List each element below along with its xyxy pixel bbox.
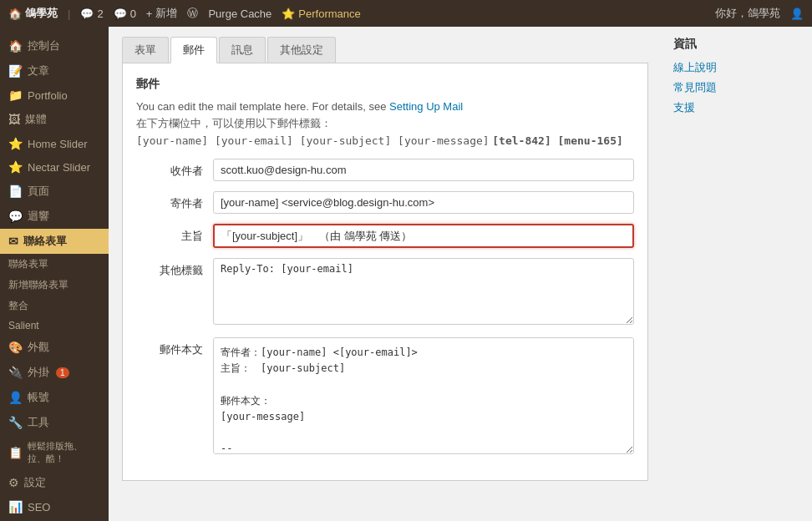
comments-link[interactable]: 💬 2: [80, 8, 103, 20]
sidebar-label: 控制台: [28, 38, 60, 53]
sidebar-label: SEO: [28, 501, 50, 513]
mail-body-field-wrap: [213, 337, 634, 457]
sidebar-label: 設定: [24, 475, 46, 490]
sidebar-label: 外掛: [28, 365, 49, 380]
sidebar-label: 工具: [28, 415, 49, 430]
dashboard-icon: 🏠: [8, 39, 23, 53]
sidebar-item-pages[interactable]: 📄 頁面: [0, 179, 109, 204]
sidebar-label: Home Slider: [28, 138, 88, 150]
sidebar-item-settings[interactable]: ⚙ 設定: [0, 470, 109, 495]
wp-icon: Ⓦ: [187, 6, 198, 21]
users-icon: 👤: [8, 391, 23, 404]
home-slider-icon: ⭐: [8, 137, 23, 150]
sidebar-label: 輕鬆排版拖、拉、酷！: [28, 440, 100, 465]
main-content: 表單 郵件 訊息 其他設定 郵件 You can edit the mail t…: [109, 27, 662, 521]
tab-other[interactable]: 其他設定: [267, 37, 336, 63]
comment-icon: 💬: [80, 8, 94, 20]
sidebar-item-portfolio[interactable]: 📁 Portfolio: [0, 83, 109, 107]
sender-row: 寄件者: [136, 191, 634, 214]
sidebar-item-posts[interactable]: 📝 文章: [0, 58, 109, 83]
mail-section-title: 郵件: [136, 77, 634, 92]
sidebar-label: 帳號: [28, 390, 49, 405]
sidebar-item-plugins[interactable]: 🔌 外掛 1: [0, 360, 109, 385]
subject-input[interactable]: [213, 224, 634, 248]
sidebar-label: Nectar Slider: [28, 161, 90, 174]
sidebar-item-tools[interactable]: 🔧 工具: [0, 410, 109, 435]
recipient-row: 收件者: [136, 159, 634, 181]
info-panel-title: 資訊: [673, 37, 800, 52]
sidebar: 🏠 控制台 📝 文章 📁 Portfolio 🖼 媒體 ⭐ Home Slide…: [0, 27, 109, 521]
user-greeting: 你好，鴿學苑: [715, 6, 780, 21]
sidebar-item-home-slider[interactable]: ⭐ Home Slider: [0, 132, 109, 155]
purge-cache-button[interactable]: Purge Cache: [208, 8, 272, 20]
top-bar: 🏠 鴿學苑 | 💬 2 💬 0 + 新增 Ⓦ Purge Cache ⭐ Per…: [0, 0, 812, 27]
mail-body-input[interactable]: [213, 337, 634, 454]
info-panel: 資訊 線上說明 常見問題 支援: [662, 27, 812, 521]
tab-form[interactable]: 表單: [122, 37, 169, 63]
other-headers-field-wrap: [213, 258, 634, 327]
sidebar-item-nectar-slider[interactable]: ⭐ Nectar Slider: [0, 155, 109, 179]
nectar-slider-icon: ⭐: [8, 160, 23, 174]
media-icon: 🖼: [8, 113, 20, 126]
tab-message[interactable]: 訊息: [219, 37, 266, 63]
sidebar-item-dashboard[interactable]: 🏠 控制台: [0, 33, 109, 58]
sidebar-item-appearance[interactable]: 🎨 外觀: [0, 335, 109, 360]
new-post-button[interactable]: + 新增: [146, 6, 178, 21]
portfolio-icon: 📁: [8, 89, 23, 102]
sidebar-label: 媒體: [25, 112, 47, 127]
tools-icon: 🔧: [8, 416, 23, 429]
sidebar-item-users[interactable]: 👤 帳號: [0, 385, 109, 410]
setting-up-mail-link[interactable]: Setting Up Mail: [389, 100, 463, 113]
sidebar-sub-integration[interactable]: 整合: [0, 296, 109, 316]
pages-icon: 📄: [8, 185, 23, 198]
appearance-icon: 🎨: [8, 341, 23, 354]
sidebar-sub-contact-list[interactable]: 聯絡表單: [0, 254, 109, 275]
sender-field-wrap: [213, 191, 634, 214]
wp-icon-link[interactable]: Ⓦ: [187, 6, 198, 21]
other-headers-row: 其他標籤: [136, 258, 634, 327]
sidebar-label: Portfolio: [28, 89, 68, 102]
user-avatar-icon: 👤: [790, 8, 804, 20]
contact-icon: ✉: [8, 235, 18, 248]
comment-zero[interactable]: 💬 0: [114, 8, 136, 20]
performance-link[interactable]: ⭐ Performance: [282, 8, 360, 20]
mail-body-row: 郵件本文: [136, 337, 634, 457]
tab-mail[interactable]: 郵件: [170, 37, 217, 63]
sidebar-sub-salient[interactable]: Salient: [0, 316, 109, 335]
settings-icon: ⚙: [8, 476, 19, 489]
sidebar-item-contact[interactable]: ✉ 聯絡表單: [0, 229, 109, 254]
drag-drop-icon: 📋: [8, 446, 23, 459]
sidebar-sub-new-contact[interactable]: 新增聯絡表單: [0, 275, 109, 296]
seo-icon: 📊: [8, 500, 23, 513]
info-link-faq[interactable]: 常見問題: [673, 80, 800, 95]
mail-placeholders: [your-name] [your-email] [your-subject] …: [136, 134, 634, 147]
home-icon: 🏠: [8, 8, 22, 20]
sidebar-label: 迴響: [28, 209, 49, 224]
sidebar-item-seo[interactable]: 📊 SEO: [0, 495, 109, 518]
sidebar-label: 外觀: [28, 340, 49, 355]
tab-bar: 表單 郵件 訊息 其他設定: [122, 37, 648, 63]
mail-description: You can edit the mail template here. For…: [136, 100, 634, 113]
sidebar-item-drag-drop[interactable]: 📋 輕鬆排版拖、拉、酷！: [0, 435, 109, 470]
plugins-badge: 1: [56, 367, 69, 378]
recipient-input[interactable]: [213, 159, 634, 181]
posts-icon: 📝: [8, 64, 23, 78]
sidebar-item-comments[interactable]: 💬 迴響: [0, 204, 109, 229]
info-link-online-doc[interactable]: 線上說明: [673, 60, 800, 75]
site-name-link[interactable]: 🏠 鴿學苑: [8, 6, 58, 21]
comments-icon: 💬: [8, 210, 23, 223]
sender-label: 寄件者: [136, 191, 203, 211]
other-headers-input[interactable]: [213, 258, 634, 325]
comment-zero-icon: 💬: [114, 8, 127, 20]
plugins-icon: 🔌: [8, 366, 23, 379]
sender-input[interactable]: [213, 191, 634, 214]
sidebar-item-media[interactable]: 🖼 媒體: [0, 107, 109, 132]
mail-tab-content: 郵件 You can edit the mail template here. …: [122, 63, 648, 481]
sidebar-label: 聯絡表單: [23, 234, 67, 249]
sidebar-label: 文章: [28, 63, 49, 78]
plus-icon: +: [146, 8, 153, 20]
sidebar-label: 頁面: [28, 184, 49, 199]
subject-field-wrap: [213, 224, 634, 248]
info-link-support[interactable]: 支援: [673, 100, 800, 115]
mail-description2: 在下方欄位中，可以使用以下郵件標籤：: [136, 116, 634, 131]
